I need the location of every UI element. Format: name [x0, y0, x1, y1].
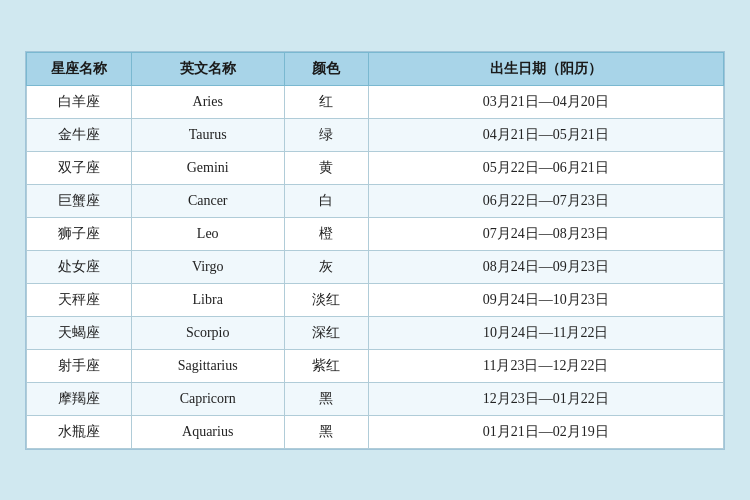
cell-english-name: Aries [131, 85, 284, 118]
table-row: 射手座Sagittarius紫红11月23日—12月22日 [27, 349, 724, 382]
cell-english-name: Taurus [131, 118, 284, 151]
table-row: 巨蟹座Cancer白06月22日—07月23日 [27, 184, 724, 217]
cell-chinese-name: 水瓶座 [27, 415, 132, 448]
cell-date: 07月24日—08月23日 [368, 217, 724, 250]
cell-english-name: Capricorn [131, 382, 284, 415]
cell-color: 紫红 [284, 349, 368, 382]
cell-chinese-name: 狮子座 [27, 217, 132, 250]
table-row: 摩羯座Capricorn黑12月23日—01月22日 [27, 382, 724, 415]
cell-english-name: Gemini [131, 151, 284, 184]
cell-english-name: Aquarius [131, 415, 284, 448]
cell-date: 08月24日—09月23日 [368, 250, 724, 283]
cell-date: 01月21日—02月19日 [368, 415, 724, 448]
cell-chinese-name: 天蝎座 [27, 316, 132, 349]
cell-date: 11月23日—12月22日 [368, 349, 724, 382]
cell-chinese-name: 白羊座 [27, 85, 132, 118]
zodiac-table-container: 星座名称 英文名称 颜色 出生日期（阳历） 白羊座Aries红03月21日—04… [25, 51, 725, 450]
table-row: 天秤座Libra淡红09月24日—10月23日 [27, 283, 724, 316]
header-color: 颜色 [284, 52, 368, 85]
cell-color: 淡红 [284, 283, 368, 316]
cell-english-name: Virgo [131, 250, 284, 283]
cell-color: 绿 [284, 118, 368, 151]
zodiac-table: 星座名称 英文名称 颜色 出生日期（阳历） 白羊座Aries红03月21日—04… [26, 52, 724, 449]
cell-chinese-name: 金牛座 [27, 118, 132, 151]
table-row: 狮子座Leo橙07月24日—08月23日 [27, 217, 724, 250]
cell-color: 白 [284, 184, 368, 217]
table-row: 双子座Gemini黄05月22日—06月21日 [27, 151, 724, 184]
table-row: 处女座Virgo灰08月24日—09月23日 [27, 250, 724, 283]
cell-date: 10月24日—11月22日 [368, 316, 724, 349]
cell-english-name: Scorpio [131, 316, 284, 349]
cell-english-name: Libra [131, 283, 284, 316]
cell-chinese-name: 双子座 [27, 151, 132, 184]
cell-color: 黑 [284, 382, 368, 415]
cell-chinese-name: 射手座 [27, 349, 132, 382]
cell-chinese-name: 天秤座 [27, 283, 132, 316]
cell-color: 深红 [284, 316, 368, 349]
cell-color: 黑 [284, 415, 368, 448]
cell-color: 橙 [284, 217, 368, 250]
cell-date: 05月22日—06月21日 [368, 151, 724, 184]
table-row: 金牛座Taurus绿04月21日—05月21日 [27, 118, 724, 151]
cell-color: 灰 [284, 250, 368, 283]
table-row: 水瓶座Aquarius黑01月21日—02月19日 [27, 415, 724, 448]
cell-date: 12月23日—01月22日 [368, 382, 724, 415]
cell-chinese-name: 巨蟹座 [27, 184, 132, 217]
cell-date: 06月22日—07月23日 [368, 184, 724, 217]
header-english-name: 英文名称 [131, 52, 284, 85]
cell-color: 红 [284, 85, 368, 118]
cell-chinese-name: 处女座 [27, 250, 132, 283]
cell-color: 黄 [284, 151, 368, 184]
cell-english-name: Leo [131, 217, 284, 250]
table-row: 白羊座Aries红03月21日—04月20日 [27, 85, 724, 118]
header-chinese-name: 星座名称 [27, 52, 132, 85]
header-date: 出生日期（阳历） [368, 52, 724, 85]
cell-english-name: Sagittarius [131, 349, 284, 382]
table-row: 天蝎座Scorpio深红10月24日—11月22日 [27, 316, 724, 349]
cell-date: 09月24日—10月23日 [368, 283, 724, 316]
cell-chinese-name: 摩羯座 [27, 382, 132, 415]
table-header-row: 星座名称 英文名称 颜色 出生日期（阳历） [27, 52, 724, 85]
cell-date: 04月21日—05月21日 [368, 118, 724, 151]
cell-date: 03月21日—04月20日 [368, 85, 724, 118]
cell-english-name: Cancer [131, 184, 284, 217]
